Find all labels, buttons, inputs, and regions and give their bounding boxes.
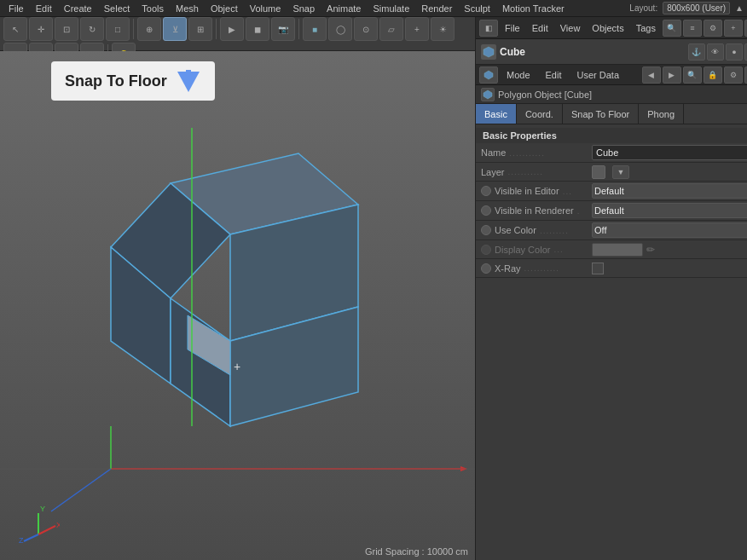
object-icon-row: ⚓ 👁 ● ⊞ xyxy=(688,43,747,61)
polygon-object-label: Polygon Object [Cube] xyxy=(498,89,592,100)
tool-live[interactable]: ⊕ xyxy=(137,17,161,41)
svg-text:Y: Y xyxy=(40,505,45,513)
menu-create[interactable]: Create xyxy=(59,2,97,15)
tool-sphere[interactable]: ◯ xyxy=(328,17,352,41)
menu-select[interactable]: Select xyxy=(99,2,136,15)
expand-icon[interactable]: ▲ xyxy=(735,3,744,13)
layer-select-btn[interactable]: ▼ xyxy=(612,165,629,179)
tool-cam[interactable]: 📷 xyxy=(271,17,295,41)
prop-value-xray[interactable] xyxy=(592,263,747,274)
prop-value-visible-editor[interactable]: Default ▼ xyxy=(592,183,747,199)
right-menu-edit[interactable]: Edit xyxy=(527,21,553,35)
prop-row-use-color: Use Color ......... Off ▼ xyxy=(476,221,747,240)
object-name: Cube xyxy=(500,46,525,58)
object-type-icon xyxy=(481,44,496,60)
toolbar-sep3 xyxy=(298,19,299,39)
mode-bar: Mode Edit User Data ◀ ▶ 🔍 🔒 ⚙ ⊞ xyxy=(476,65,747,85)
right-icon-layers[interactable]: ≡ xyxy=(683,20,702,37)
layout-select[interactable]: 800x600 (User) xyxy=(663,2,730,14)
tool-cube-prim[interactable]: ■ xyxy=(303,17,327,41)
menu-sculpt[interactable]: Sculpt xyxy=(459,2,495,15)
svg-marker-24 xyxy=(484,71,493,79)
object-header: Cube ⚓ 👁 ● ⊞ xyxy=(476,39,747,65)
menu-volume[interactable]: Volume xyxy=(245,2,287,15)
pencil-icon[interactable]: ✏ xyxy=(646,244,655,256)
right-menu-file[interactable]: File xyxy=(500,21,525,35)
svg-text:Z: Z xyxy=(19,536,24,543)
menu-animate[interactable]: Animate xyxy=(321,2,366,15)
edit-button[interactable]: Edit xyxy=(539,68,569,82)
obj-icon-dot[interactable]: ● xyxy=(726,43,743,61)
visible-editor-select[interactable]: Default ▼ xyxy=(592,183,747,199)
tool-arrow[interactable]: ↖ xyxy=(3,17,27,41)
userdata-button[interactable]: User Data xyxy=(570,68,627,82)
prop-value-display-color[interactable]: ✏ xyxy=(592,243,747,257)
prop-value-use-color[interactable]: Off ▼ xyxy=(592,222,747,238)
svg-marker-23 xyxy=(484,47,494,57)
menu-snap[interactable]: Snap xyxy=(287,2,320,15)
layer-button[interactable] xyxy=(592,165,605,179)
tool-scale[interactable]: ⊡ xyxy=(55,17,78,41)
tool-anim[interactable]: ◼ xyxy=(246,17,269,41)
tool-snap[interactable]: ⊻ xyxy=(163,17,187,41)
use-color-select[interactable]: Off ▼ xyxy=(592,222,747,238)
right-menu-view[interactable]: View xyxy=(555,21,586,35)
mode-lock[interactable]: 🔒 xyxy=(704,66,722,84)
visible-editor-circle[interactable] xyxy=(481,186,491,196)
tool-rotate[interactable]: ↻ xyxy=(80,17,104,41)
prop-value-visible-renderer[interactable]: Default ▼ xyxy=(592,203,747,218)
right-icon-search[interactable]: 🔍 xyxy=(663,20,681,37)
tab-snaptofloor[interactable]: Snap To Floor xyxy=(563,104,639,124)
tab-basic[interactable]: Basic xyxy=(476,104,517,124)
mode-arrow-right[interactable]: ▶ xyxy=(663,66,681,84)
prop-value-layer[interactable]: ▼ xyxy=(592,165,747,179)
menu-edit[interactable]: Edit xyxy=(31,2,57,15)
right-expand-icon[interactable]: ◧ xyxy=(479,20,498,37)
right-menu-tags[interactable]: Tags xyxy=(631,21,661,35)
display-color-circle[interactable] xyxy=(481,245,491,255)
xray-checkbox[interactable] xyxy=(592,263,604,274)
name-input[interactable] xyxy=(592,145,747,160)
display-color-swatch[interactable] xyxy=(592,243,643,257)
tool-grid[interactable]: ⊞ xyxy=(188,17,212,41)
menu-motiontracker[interactable]: Motion Tracker xyxy=(497,2,570,15)
prop-label-use-color: Use Color ......... xyxy=(481,225,592,235)
menu-tools[interactable]: Tools xyxy=(136,2,169,15)
section-title: Basic Properties xyxy=(476,128,747,143)
obj-icon-anchor[interactable]: ⚓ xyxy=(688,43,705,61)
right-icon-settings[interactable]: ⚙ xyxy=(704,20,722,37)
top-bar: File Edit Create Select Tools Mesh Objec… xyxy=(0,0,747,17)
tool-move[interactable]: ✛ xyxy=(29,17,53,41)
mode-search[interactable]: 🔍 xyxy=(683,66,702,84)
right-menu-objects[interactable]: Objects xyxy=(587,21,628,35)
tab-coord[interactable]: Coord. xyxy=(517,104,563,124)
tool-render[interactable]: ▶ xyxy=(220,17,244,41)
menu-render[interactable]: Render xyxy=(416,2,457,15)
tool-null[interactable]: + xyxy=(405,17,429,41)
xray-circle[interactable] xyxy=(481,263,491,274)
visible-renderer-select[interactable]: Default ▼ xyxy=(592,203,747,218)
obj-icon-eye[interactable]: 👁 xyxy=(707,43,724,61)
basic-properties-section: Basic Properties Name ........... Layer xyxy=(476,124,747,281)
menu-object[interactable]: Object xyxy=(206,2,243,15)
right-icon-add[interactable]: + xyxy=(724,20,743,37)
viewport-canvas[interactable]: Pre Render ⊕ ⊙ ↕ xyxy=(0,51,475,560)
prop-row-visible-renderer: Visible in Renderer . Default ▼ xyxy=(476,201,747,221)
use-color-circle[interactable] xyxy=(481,225,491,235)
menu-mesh[interactable]: Mesh xyxy=(171,2,204,15)
tab-phong[interactable]: Phong xyxy=(639,104,684,124)
tool-plane[interactable]: ▱ xyxy=(379,17,403,41)
prop-row-layer: Layer ........... ▼ xyxy=(476,163,747,182)
tool-cylinder[interactable]: ⊙ xyxy=(354,17,378,41)
svg-text:+: + xyxy=(234,360,240,373)
mode-button[interactable]: Mode xyxy=(500,68,537,82)
prop-value-name[interactable] xyxy=(592,145,747,160)
tool-light[interactable]: ☀ xyxy=(431,17,455,41)
mode-settings[interactable]: ⚙ xyxy=(724,66,743,84)
svg-line-21 xyxy=(24,534,38,541)
menu-simulate[interactable]: Simulate xyxy=(368,2,414,15)
mode-arrow-left[interactable]: ◀ xyxy=(642,66,661,84)
tool-object[interactable]: □ xyxy=(106,17,130,41)
menu-file[interactable]: File xyxy=(3,2,29,15)
visible-renderer-circle[interactable] xyxy=(481,205,491,216)
